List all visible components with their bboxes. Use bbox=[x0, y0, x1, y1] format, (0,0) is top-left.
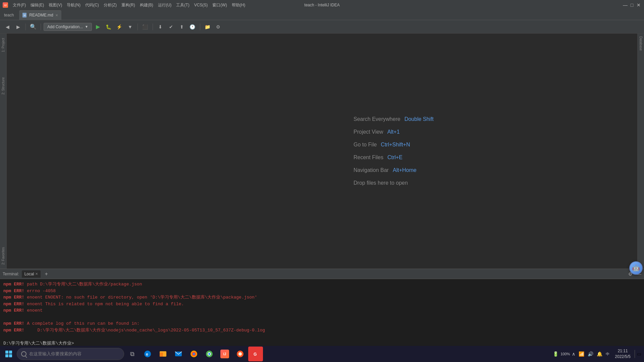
battery-icon: 🔋 bbox=[551, 350, 560, 358]
chat-avatar: 🤖 bbox=[630, 262, 642, 274]
menu-vcs[interactable]: VCS(S) bbox=[192, 2, 210, 8]
chat-bubble-button[interactable]: 🤖 bbox=[629, 261, 643, 275]
forward-button[interactable]: ▶ bbox=[13, 22, 23, 32]
win-square-tl bbox=[5, 351, 8, 354]
titlebar: IJ 文件(F) 编辑(E) 视图(V) 导航(N) 代码(C) 分析(Z) 重… bbox=[0, 0, 644, 10]
run-with-coverage-button[interactable]: ⚡ bbox=[115, 22, 124, 32]
toolbar: ◀ ▶ 🔍 Add Configuration... ▼ ▶ 🐛 ⚡ ▼ ⬛ ⬇… bbox=[0, 20, 644, 34]
debug-button[interactable]: 🐛 bbox=[104, 22, 113, 32]
vcs-commit-button[interactable]: ✔ bbox=[166, 22, 176, 32]
menu-view[interactable]: 视图(V) bbox=[47, 1, 64, 9]
taskbar-browser-icon2[interactable] bbox=[233, 347, 248, 361]
hint-nav-shortcut[interactable]: Alt+Home bbox=[393, 167, 417, 173]
chevron-up-icon[interactable]: ∧ bbox=[571, 350, 577, 358]
run-button[interactable]: ▶ bbox=[93, 22, 103, 32]
hint-navigation-bar: Navigation Bar Alt+Home bbox=[354, 167, 434, 173]
terminal-line-0: npm ERR! path D:\学习专用\大二\数据库\大作业/package… bbox=[3, 281, 641, 288]
terminal-header: Terminal: Local ✕ + ⚙ — bbox=[0, 269, 644, 279]
app-logo: IJ bbox=[3, 2, 8, 8]
taskbar-intellij-icon[interactable]: IJ bbox=[217, 347, 232, 361]
hint-recent-label: Recent Files bbox=[354, 154, 383, 161]
maximize-button[interactable]: □ bbox=[629, 2, 635, 8]
system-tray: 🔋 100% ∧ 📶 🔊 🔔 中 bbox=[551, 350, 611, 358]
menu-run[interactable]: 运行(U) bbox=[156, 1, 174, 9]
back-button[interactable]: ◀ bbox=[3, 22, 12, 32]
taskbar: 在这里输入你要搜索的内容 ⧉ e IJ G 🔋 100% ∧ 📶 🔊 🔔 中 bbox=[0, 346, 644, 362]
taskbar-search-placeholder: 在这里输入你要搜索的内容 bbox=[29, 351, 82, 357]
sidebar-item-project[interactable]: 1: Project bbox=[0, 35, 6, 55]
file-tab-readme[interactable]: M README.md ✕ bbox=[19, 10, 61, 20]
show-desktop-button[interactable]: ▭ bbox=[635, 350, 643, 358]
taskbar-firefox-icon[interactable] bbox=[186, 347, 201, 361]
hint-go-to-file: Go to File Ctrl+Shift+N bbox=[354, 142, 434, 148]
more-run-actions-button[interactable]: ▼ bbox=[125, 22, 135, 32]
start-button[interactable] bbox=[1, 347, 16, 361]
right-sidebar: Database bbox=[637, 34, 644, 269]
taskbar-task-view[interactable]: ⧉ bbox=[125, 347, 140, 361]
svg-text:G: G bbox=[254, 352, 257, 357]
hint-recent-shortcut[interactable]: Ctrl+E bbox=[387, 154, 402, 161]
terminal-prompt: D:\学习专用\大二\数据库\大作业> bbox=[3, 341, 74, 346]
tab-close-icon[interactable]: ✕ bbox=[55, 13, 58, 17]
minimize-button[interactable]: — bbox=[623, 2, 628, 8]
project-name: teach bbox=[4, 13, 14, 17]
left-sidebar: 1: Project 2: Structure 2: Favorites bbox=[0, 34, 7, 269]
hint-goto-shortcut[interactable]: Ctrl+Shift+N bbox=[381, 142, 410, 148]
terminal-add-button[interactable]: + bbox=[43, 271, 49, 277]
sidebar-item-favorites[interactable]: 2: Favorites bbox=[0, 246, 6, 266]
menu-code[interactable]: 代码(C) bbox=[83, 1, 101, 9]
terminal-label: Terminal: bbox=[3, 272, 19, 276]
terminal-tab-close-icon[interactable]: ✕ bbox=[35, 272, 38, 276]
taskbar-game-icon[interactable]: G bbox=[248, 347, 263, 361]
terminal-line-3: npm ERR! enoent This is related to npm n… bbox=[3, 301, 641, 308]
hint-project-shortcut[interactable]: Alt+1 bbox=[387, 129, 400, 135]
taskbar-chrome-icon[interactable] bbox=[202, 347, 217, 361]
menu-refactor[interactable]: 重构(R) bbox=[119, 1, 137, 9]
win-square-br bbox=[9, 354, 12, 357]
settings-button[interactable]: ⚙ bbox=[214, 22, 223, 32]
project-structure-button[interactable]: 📁 bbox=[203, 22, 212, 32]
hint-recent-files: Recent Files Ctrl+E bbox=[354, 154, 434, 161]
close-button[interactable]: ✕ bbox=[636, 2, 641, 8]
menu-file[interactable]: 文件(F) bbox=[11, 1, 28, 9]
window-title: teach - IntelliJ IDEA bbox=[304, 3, 339, 7]
hint-project-label: Project View bbox=[354, 129, 383, 135]
taskbar-search-icon bbox=[21, 351, 26, 357]
menu-build[interactable]: 构建(B) bbox=[138, 1, 155, 9]
separator-1 bbox=[25, 24, 26, 30]
windows-logo bbox=[5, 351, 12, 357]
separator-2 bbox=[41, 24, 41, 30]
hint-search-shortcut[interactable]: Double Shift bbox=[405, 116, 434, 122]
stop-button[interactable]: ⬛ bbox=[141, 22, 150, 32]
vcs-push-button[interactable]: ⬆ bbox=[177, 22, 186, 32]
menu-navigate[interactable]: 导航(N) bbox=[65, 1, 83, 9]
network-icon: 📶 bbox=[577, 350, 586, 358]
taskbar-edge-icon[interactable]: e bbox=[140, 347, 155, 361]
taskbar-clock[interactable]: 21:11 2022/5/5 bbox=[612, 348, 633, 360]
taskbar-mail-icon[interactable] bbox=[171, 347, 186, 361]
search-everywhere-button[interactable]: 🔍 bbox=[29, 22, 38, 32]
clock-date: 2022/5/5 bbox=[615, 354, 631, 360]
taskbar-search-box[interactable]: 在这里输入你要搜索的内容 bbox=[17, 348, 124, 360]
hint-search-everywhere: Search Everywhere Double Shift bbox=[354, 116, 434, 122]
sidebar-database-label[interactable]: Database bbox=[638, 35, 644, 52]
taskbar-explorer-icon[interactable] bbox=[156, 347, 170, 361]
terminal-tab-local[interactable]: Local ✕ bbox=[22, 270, 41, 278]
menu-window[interactable]: 窗口(W) bbox=[210, 1, 229, 9]
svg-rect-3 bbox=[160, 353, 163, 357]
vcs-update-button[interactable]: ⬇ bbox=[156, 22, 165, 32]
svg-point-7 bbox=[193, 353, 195, 355]
menu-help[interactable]: 帮助(H) bbox=[230, 1, 248, 9]
sidebar-item-structure[interactable]: 2: Structure bbox=[0, 76, 6, 96]
notification-icon: 🔔 bbox=[595, 350, 604, 358]
menu-edit[interactable]: 编辑(E) bbox=[29, 1, 46, 9]
run-configuration-dropdown[interactable]: Add Configuration... ▼ bbox=[44, 23, 92, 31]
clock-time: 21:11 bbox=[615, 348, 631, 354]
hint-project-view: Project View Alt+1 bbox=[354, 129, 434, 135]
menu-analyze[interactable]: 分析(Z) bbox=[102, 1, 119, 9]
win-square-bl bbox=[5, 354, 8, 357]
tab-label: README.md bbox=[29, 13, 53, 17]
vcs-history-button[interactable]: 🕐 bbox=[188, 22, 197, 32]
hint-drop-label: Drop files here to open bbox=[354, 180, 408, 186]
menu-tools[interactable]: 工具(T) bbox=[174, 1, 191, 9]
